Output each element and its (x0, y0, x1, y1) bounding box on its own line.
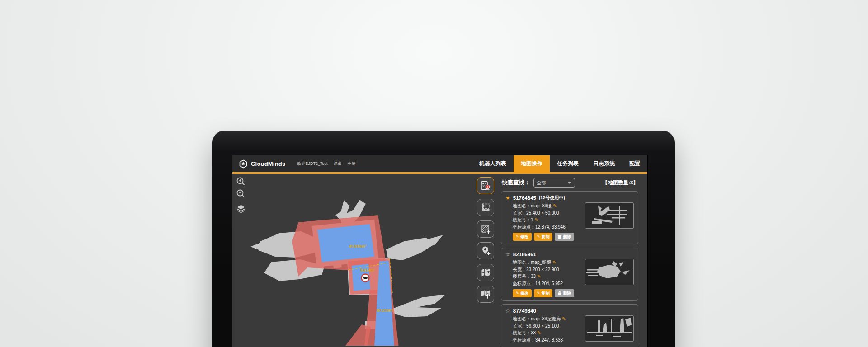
map-thumbnail[interactable] (585, 259, 634, 285)
area-label: 80.215m² (377, 308, 394, 313)
field-label: 坐标原点： (513, 338, 535, 342)
field-label: 楼层号： (513, 217, 531, 222)
nav-map-operation[interactable]: 地图操作 (514, 155, 550, 172)
layers-button[interactable] (236, 203, 246, 214)
map-id: 87749840 (513, 308, 536, 314)
map-thumbnail[interactable] (585, 315, 634, 342)
map-view-controls (236, 176, 246, 214)
add-point-button[interactable] (477, 242, 494, 259)
nav-log-system[interactable]: 日志系统 (586, 155, 622, 172)
field-label: 楼层号： (513, 274, 531, 279)
upload-map-icon (480, 289, 491, 300)
field-label: 地图名： (513, 316, 531, 321)
map-canvas[interactable]: 40.519m² 8.614m² 80.215m² (232, 174, 475, 346)
room-areas (317, 224, 394, 346)
map-card: ★ 51764845 (12号使用中) 地图名：map_33楼✎ 长宽：25.4… (501, 191, 638, 244)
zoom-in-icon (236, 177, 246, 187)
map-with-pin-icon (480, 267, 491, 278)
map-count-badge: 【地图数量:3】 (603, 179, 638, 186)
add-region-button[interactable] (477, 220, 494, 238)
zoom-out-icon (236, 189, 246, 199)
map-with-pin-button[interactable] (477, 264, 494, 281)
brand-name: CloudMinds (251, 160, 285, 167)
edit-icon: ✎ (537, 235, 540, 239)
nav-config[interactable]: 配置 (622, 155, 647, 172)
field-value: 23.200 × 22.900 (526, 267, 559, 272)
map-thumbnail-image (585, 316, 633, 341)
edit-icon[interactable]: ✎ (537, 330, 541, 335)
edit-icon[interactable]: ✎ (552, 260, 556, 265)
session-links: 欢迎BJDT2_Test 退出 全屏 (297, 161, 355, 167)
favorite-star-icon[interactable]: ★ (505, 195, 510, 201)
nav-task-list[interactable]: 任务列表 (550, 155, 586, 172)
copy-button[interactable]: ✎复制 (534, 233, 553, 241)
map-card: ☆ 82186961 地图名：map_腿腿✎ 长宽：23.200 × 22.90… (501, 248, 638, 301)
copy-button[interactable]: ✎复制 (534, 289, 553, 297)
field-value: 33 (531, 274, 536, 279)
edit-icon: ✎ (516, 291, 519, 295)
field-value: 12.874, 33.946 (535, 225, 566, 230)
zoom-out-button[interactable] (236, 188, 246, 199)
nav-robot-list[interactable]: 机器人列表 (472, 155, 514, 172)
favorite-star-icon[interactable]: ☆ (505, 308, 510, 314)
map-list-panel: 快速查找： 全部 【地图数量:3】 ★ 51764845 (12号使用中) (496, 174, 647, 346)
field-label: 长宽： (513, 211, 526, 216)
field-label: 坐标原点： (513, 225, 535, 230)
edit-icon[interactable]: ✎ (562, 316, 566, 321)
field-label: 坐标原点： (513, 281, 535, 286)
field-value: map_33楼 (531, 203, 552, 208)
map-toolbar (475, 174, 496, 346)
edit-icon: ✎ (516, 235, 519, 239)
field-label: 楼层号： (513, 330, 531, 335)
photo-background: CloudMinds 欢迎BJDT2_Test 退出 全屏 机器人列表 地图操作… (0, 0, 868, 347)
quick-search-row: 快速查找： 全部 【地图数量:3】 (502, 178, 638, 188)
zoom-in-button[interactable] (236, 176, 246, 187)
map-id: 51764845 (513, 195, 536, 201)
field-label: 长宽： (513, 324, 526, 328)
field-value: 1 (531, 217, 533, 222)
area-label: 8.614m² (360, 268, 375, 272)
field-value: map_腿腿 (531, 260, 551, 265)
field-value: 25.400 × 50.000 (526, 211, 559, 216)
tasklist-pin-icon (480, 180, 491, 191)
map-thumbnail-image (585, 203, 633, 228)
top-navigation-bar: CloudMinds 欢迎BJDT2_Test 退出 全屏 机器人列表 地图操作… (232, 155, 647, 174)
laptop-device: CloudMinds 欢迎BJDT2_Test 退出 全屏 机器人列表 地图操作… (212, 131, 675, 347)
fullscreen-link[interactable]: 全屏 (347, 161, 355, 167)
brand: CloudMinds (239, 159, 285, 169)
logout-link[interactable]: 退出 (333, 161, 341, 167)
upload-map-button[interactable] (477, 286, 494, 303)
field-value: 14.204, 5.952 (535, 281, 563, 286)
delete-button[interactable]: 删除 (555, 233, 574, 241)
modify-button[interactable]: ✎修改 (513, 289, 532, 297)
trash-icon (558, 235, 561, 239)
map-thumbnail[interactable] (585, 202, 634, 229)
edit-icon[interactable]: ✎ (553, 203, 557, 208)
field-label: 长宽： (513, 267, 526, 272)
measure-area-icon (480, 202, 491, 213)
area-label: 40.519m² (349, 244, 367, 249)
field-value: 34.247, 8.533 (535, 338, 563, 342)
floor-map[interactable]: 40.519m² 8.614m² 80.215m² (232, 174, 475, 346)
modify-button[interactable]: ✎修改 (513, 233, 532, 241)
map-thumbnail-image (585, 259, 633, 285)
filter-select-value: 全部 (537, 180, 568, 186)
favorite-star-icon[interactable]: ☆ (505, 252, 510, 257)
edit-icon: ✎ (537, 291, 540, 295)
app-screen: CloudMinds 欢迎BJDT2_Test 退出 全屏 机器人列表 地图操作… (232, 155, 647, 347)
map-id-note: (12号使用中) (539, 195, 565, 201)
edit-icon[interactable]: ✎ (535, 217, 538, 222)
delete-button[interactable]: 删除 (555, 289, 574, 297)
filter-select[interactable]: 全部 (533, 178, 575, 188)
add-region-icon (480, 224, 491, 234)
measure-area-button[interactable] (477, 199, 494, 216)
layers-icon (236, 204, 246, 214)
field-label: 地图名： (513, 260, 531, 265)
robot-marker[interactable] (362, 274, 369, 282)
task-point-list-button[interactable] (477, 177, 494, 194)
field-label: 地图名： (513, 203, 531, 208)
edit-icon[interactable]: ✎ (537, 274, 541, 279)
field-value: 56.600 × 25.100 (526, 324, 559, 328)
cloudminds-logo-icon (239, 159, 248, 169)
add-point-icon (480, 245, 491, 256)
